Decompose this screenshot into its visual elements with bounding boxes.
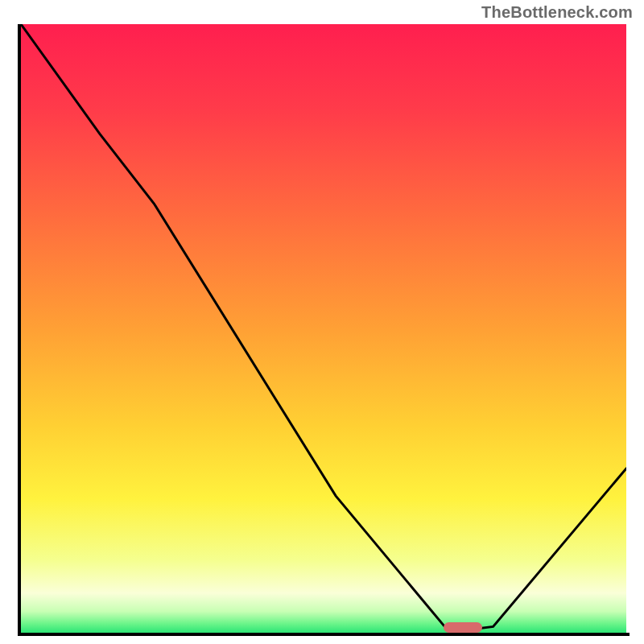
chart-plot-area [21,24,626,633]
optimal-range-marker [444,622,483,633]
chart-curve [21,24,626,633]
watermark-label: TheBottleneck.com [481,3,633,22]
